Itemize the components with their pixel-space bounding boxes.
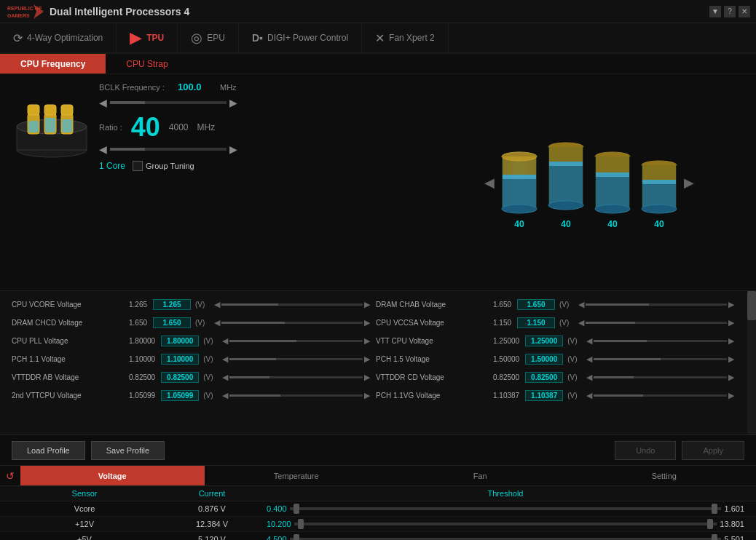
v-slider-r2[interactable]: ◀ ▶	[586, 336, 734, 346]
v-arrow-right-r0[interactable]: ▶	[728, 300, 734, 309]
tab-setting[interactable]: Setting	[572, 466, 757, 485]
v-track-r5[interactable]	[594, 394, 727, 397]
v-track-r0[interactable]	[586, 303, 727, 306]
v-track-r1[interactable]	[586, 322, 727, 324]
v-slider-l2[interactable]: ◀ ▶	[222, 336, 370, 346]
ratio-left-arrow[interactable]: ◀	[99, 143, 107, 155]
minimize-button[interactable]: ▼	[709, 6, 721, 17]
v-arrow-left-r2[interactable]: ◀	[586, 336, 592, 346]
cylinder-nav-right[interactable]: ▶	[678, 169, 700, 196]
v-value-l3[interactable]: 1.10000	[161, 354, 199, 365]
v-arrow-left-r0[interactable]: ◀	[578, 300, 584, 309]
cylinder-nav-left[interactable]: ◀	[479, 169, 500, 196]
voltage-scrollbar[interactable]	[747, 291, 756, 434]
v-track-l3[interactable]	[229, 358, 363, 360]
v-arrow-right-r4[interactable]: ▶	[728, 373, 734, 382]
v-slider-l4[interactable]: ◀ ▶	[222, 373, 370, 382]
v-arrow-right-l4[interactable]: ▶	[364, 373, 370, 382]
v-slider-r3[interactable]: ◀ ▶	[586, 354, 734, 364]
v-slider-l0[interactable]: ◀ ▶	[214, 300, 370, 309]
v-slider-r0[interactable]: ◀ ▶	[578, 300, 734, 309]
v-track-r2[interactable]	[594, 340, 727, 342]
v-value-l2[interactable]: 1.80000	[161, 335, 199, 346]
v-arrow-right-r2[interactable]: ▶	[728, 336, 734, 346]
ratio-slider[interactable]: ◀ ▶	[99, 143, 411, 155]
threshold-handle-right-0[interactable]	[712, 504, 717, 514]
v-track-l2[interactable]	[229, 340, 363, 342]
v-arrow-left-r3[interactable]: ◀	[586, 354, 592, 364]
threshold-handle-left-1[interactable]	[298, 519, 304, 529]
threshold-slider-1[interactable]	[294, 523, 717, 525]
tab-temperature[interactable]: Temperature	[205, 466, 389, 485]
bclk-right-arrow[interactable]: ▶	[229, 97, 237, 108]
v-arrow-right-r1[interactable]: ▶	[728, 318, 734, 327]
v-arrow-right-r3[interactable]: ▶	[728, 354, 734, 364]
threshold-1[interactable]: 10.200 13.801	[267, 520, 744, 528]
v-value-l4[interactable]: 0.82500	[161, 372, 199, 383]
v-value-r1[interactable]: 1.150	[517, 317, 555, 328]
group-tuning-checkbox[interactable]: Group Tuning	[133, 161, 194, 171]
v-arrow-right-l0[interactable]: ▶	[364, 300, 370, 309]
v-value-r3[interactable]: 1.50000	[525, 354, 563, 365]
refresh-icon[interactable]: ↺	[6, 470, 15, 482]
v-track-l0[interactable]	[221, 303, 363, 306]
v-arrow-left-l2[interactable]: ◀	[222, 336, 228, 346]
threshold-handle-left-2[interactable]	[294, 534, 299, 540]
threshold-2[interactable]: 4.500 5.501	[267, 535, 744, 540]
bclk-slider[interactable]: ◀ ▶	[99, 97, 411, 108]
v-arrow-left-r4[interactable]: ◀	[586, 373, 592, 382]
threshold-handle-left-0[interactable]	[294, 504, 299, 514]
close-button[interactable]: ✕	[739, 6, 750, 17]
nav-epu[interactable]: ◎ EPU	[178, 23, 239, 52]
v-arrow-left-r5[interactable]: ◀	[586, 391, 592, 400]
tab-voltage[interactable]: Voltage	[20, 466, 205, 485]
nav-fan[interactable]: ✕ Fan Xpert 2	[362, 23, 449, 52]
checkbox-box[interactable]	[133, 161, 143, 171]
v-arrow-right-l1[interactable]: ▶	[364, 318, 370, 327]
v-arrow-left-r1[interactable]: ◀	[578, 318, 584, 327]
nav-digi[interactable]: D▪ DIGI+ Power Control	[239, 23, 362, 52]
tab-fan[interactable]: Fan	[388, 466, 572, 485]
v-track-l5[interactable]	[229, 394, 363, 397]
ratio-track[interactable]	[110, 148, 227, 151]
v-slider-l3[interactable]: ◀ ▶	[222, 354, 370, 364]
v-value-l1[interactable]: 1.650	[153, 317, 191, 328]
undo-button[interactable]: Undo	[615, 441, 676, 460]
v-slider-l5[interactable]: ◀ ▶	[222, 391, 370, 400]
v-arrow-left-l4[interactable]: ◀	[222, 373, 228, 382]
scrollbar-thumb[interactable]	[747, 291, 756, 320]
v-track-r4[interactable]	[594, 376, 727, 378]
v-arrow-right-r5[interactable]: ▶	[728, 391, 734, 400]
bclk-track[interactable]	[110, 101, 227, 104]
v-track-l4[interactable]	[229, 376, 363, 378]
tab-cpu-strap[interactable]: CPU Strap	[106, 54, 188, 74]
v-arrow-left-l0[interactable]: ◀	[214, 300, 220, 309]
threshold-0[interactable]: 0.400 1.601	[267, 504, 744, 513]
threshold-slider-0[interactable]	[290, 507, 722, 510]
v-slider-r4[interactable]: ◀ ▶	[586, 373, 734, 382]
v-slider-r5[interactable]: ◀ ▶	[586, 391, 734, 400]
ratio-right-arrow[interactable]: ▶	[229, 143, 237, 155]
apply-button[interactable]: Apply	[682, 441, 744, 460]
help-button[interactable]: ?	[724, 6, 736, 17]
tab-cpu-frequency[interactable]: CPU Frequency	[0, 54, 106, 74]
save-profile-button[interactable]: Save Profile	[91, 441, 165, 460]
v-value-r2[interactable]: 1.25000	[525, 335, 563, 346]
v-value-r0[interactable]: 1.650	[517, 299, 555, 310]
load-profile-button[interactable]: Load Profile	[12, 441, 85, 460]
v-slider-r1[interactable]: ◀ ▶	[578, 318, 734, 327]
bclk-left-arrow[interactable]: ◀	[99, 97, 107, 108]
threshold-handle-right-2[interactable]	[712, 534, 717, 540]
v-slider-l1[interactable]: ◀ ▶	[214, 318, 370, 327]
threshold-handle-right-1[interactable]	[707, 519, 713, 529]
v-value-r4[interactable]: 0.82500	[525, 372, 563, 383]
nav-4way[interactable]: ⟳ 4-Way Optimization	[0, 23, 117, 52]
v-value-r5[interactable]: 1.10387	[525, 390, 563, 401]
v-arrow-left-l5[interactable]: ◀	[222, 391, 228, 400]
v-arrow-left-l3[interactable]: ◀	[222, 354, 228, 364]
v-arrow-right-l2[interactable]: ▶	[364, 336, 370, 346]
v-arrow-left-l1[interactable]: ◀	[214, 318, 220, 327]
nav-tpu[interactable]: ▶ TPU	[117, 23, 178, 52]
v-track-r3[interactable]	[594, 358, 727, 360]
v-track-l1[interactable]	[221, 322, 363, 324]
